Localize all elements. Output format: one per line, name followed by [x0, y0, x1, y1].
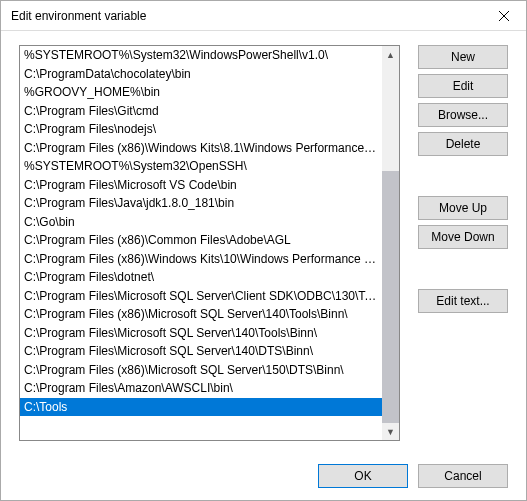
spacer: [418, 254, 508, 284]
titlebar: Edit environment variable: [1, 1, 526, 31]
new-button[interactable]: New: [418, 45, 508, 69]
ok-button[interactable]: OK: [318, 464, 408, 488]
close-button[interactable]: [481, 1, 526, 30]
list-item[interactable]: C:\Program Files (x86)\Microsoft SQL Ser…: [20, 305, 382, 324]
edit-text-button[interactable]: Edit text...: [418, 289, 508, 313]
list-item[interactable]: %SYSTEMROOT%\System32\OpenSSH\: [20, 157, 382, 176]
scroll-thumb[interactable]: [382, 171, 399, 423]
list-item[interactable]: C:\Program Files (x86)\Windows Kits\10\W…: [20, 250, 382, 269]
close-icon: [499, 11, 509, 21]
list-item[interactable]: C:\Tools: [20, 398, 382, 417]
list-item[interactable]: C:\Program Files\Git\cmd: [20, 102, 382, 121]
list-item[interactable]: %GROOVY_HOME%\bin: [20, 83, 382, 102]
list-item[interactable]: C:\Program Files\Microsoft SQL Server\Cl…: [20, 287, 382, 306]
list-item[interactable]: C:\Program Files\Amazon\AWSCLI\bin\: [20, 379, 382, 398]
content-area: %SYSTEMROOT%\System32\WindowsPowerShell\…: [1, 31, 526, 456]
edit-button[interactable]: Edit: [418, 74, 508, 98]
list-item[interactable]: %SYSTEMROOT%\System32\WindowsPowerShell\…: [20, 46, 382, 65]
list-item[interactable]: C:\Program Files\Java\jdk1.8.0_181\bin: [20, 194, 382, 213]
window-title: Edit environment variable: [11, 9, 146, 23]
dialog-window: Edit environment variable %SYSTEMROOT%\S…: [0, 0, 527, 501]
delete-button[interactable]: Delete: [418, 132, 508, 156]
list-item[interactable]: C:\Program Files\dotnet\: [20, 268, 382, 287]
list-item[interactable]: C:\ProgramData\chocolatey\bin: [20, 65, 382, 84]
spacer: [418, 161, 508, 191]
list-item[interactable]: C:\Program Files\Microsoft VS Code\bin: [20, 176, 382, 195]
list-item[interactable]: C:\Program Files\Microsoft SQL Server\14…: [20, 324, 382, 343]
list-item[interactable]: C:\Program Files (x86)\Microsoft SQL Ser…: [20, 361, 382, 380]
scrollbar[interactable]: ▲ ▼: [382, 46, 399, 440]
list-item[interactable]: C:\Program Files (x86)\Common Files\Adob…: [20, 231, 382, 250]
scroll-down-arrow[interactable]: ▼: [382, 423, 399, 440]
list-item[interactable]: C:\Program Files\nodejs\: [20, 120, 382, 139]
scroll-up-arrow[interactable]: ▲: [382, 46, 399, 63]
buttons-column: New Edit Browse... Delete Move Up Move D…: [418, 45, 508, 450]
path-listbox[interactable]: %SYSTEMROOT%\System32\WindowsPowerShell\…: [19, 45, 400, 441]
list-item[interactable]: C:\Program Files\Microsoft SQL Server\14…: [20, 342, 382, 361]
footer: OK Cancel: [1, 456, 526, 500]
scroll-track[interactable]: [382, 63, 399, 423]
list-item[interactable]: C:\Go\bin: [20, 213, 382, 232]
move-down-button[interactable]: Move Down: [418, 225, 508, 249]
list-item[interactable]: C:\Program Files (x86)\Windows Kits\8.1\…: [20, 139, 382, 158]
browse-button[interactable]: Browse...: [418, 103, 508, 127]
move-up-button[interactable]: Move Up: [418, 196, 508, 220]
cancel-button[interactable]: Cancel: [418, 464, 508, 488]
